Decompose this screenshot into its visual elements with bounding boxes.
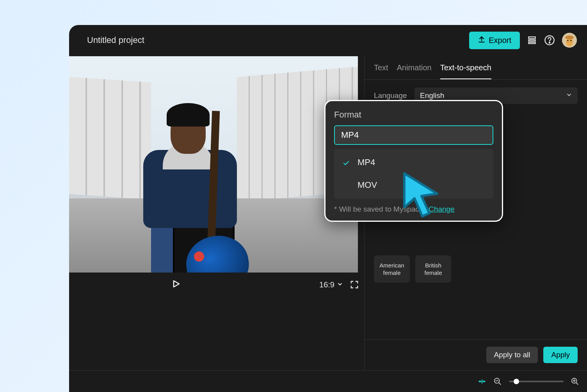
svg-rect-2 [528, 42, 535, 43]
tab-animation[interactable]: Animation [397, 63, 432, 79]
fullscreen-icon[interactable] [350, 280, 359, 289]
format-option-mov[interactable]: MOV [334, 174, 493, 196]
layers-icon[interactable] [527, 35, 537, 45]
format-option-label: MP4 [358, 157, 375, 167]
project-title: Untitled project [87, 35, 144, 45]
svg-point-9 [565, 36, 574, 39]
header-actions: Export [469, 32, 577, 49]
format-options: MP4 MOV [334, 149, 493, 199]
bottom-bar [69, 370, 587, 392]
svg-rect-13 [482, 379, 482, 383]
apply-to-all-button[interactable]: Apply to all [486, 347, 538, 363]
language-value: English [420, 91, 444, 100]
svg-point-8 [571, 40, 572, 41]
format-popup-footer: * Will be saved to Myspace Change [334, 205, 493, 214]
svg-line-20 [576, 382, 578, 385]
snap-icon[interactable] [478, 377, 486, 386]
svg-point-7 [567, 40, 569, 41]
zoom-slider-thumb[interactable] [514, 379, 519, 384]
zoom-in-button[interactable] [571, 377, 579, 386]
aspect-ratio-label: 16:9 [319, 280, 334, 289]
play-button[interactable] [171, 279, 181, 290]
export-button[interactable]: Export [469, 32, 520, 49]
check-icon [343, 159, 350, 169]
voice-american-female[interactable]: American female [374, 255, 410, 283]
format-select[interactable]: MP4 [334, 125, 493, 145]
svg-point-4 [549, 42, 550, 43]
header: Untitled project Export [69, 25, 587, 55]
language-label: Language [374, 91, 409, 100]
panel-footer: Apply to all Apply [365, 339, 587, 370]
svg-rect-12 [483, 381, 485, 382]
apply-button[interactable]: Apply [543, 347, 578, 363]
preview-pane: 16:9 [69, 55, 364, 370]
svg-rect-11 [479, 381, 481, 382]
save-note: * Will be saved to Myspace [334, 205, 423, 214]
avatar[interactable] [562, 33, 577, 48]
chevron-down-icon [337, 280, 343, 289]
zoom-out-button[interactable] [493, 377, 502, 386]
voice-british-female[interactable]: British female [415, 255, 451, 283]
format-select-value: MP4 [341, 130, 359, 140]
help-icon[interactable] [544, 35, 555, 46]
svg-line-16 [499, 382, 501, 385]
svg-rect-1 [528, 40, 535, 41]
tab-text[interactable]: Text [374, 63, 388, 79]
upload-icon [478, 36, 486, 45]
tab-text-to-speech[interactable]: Text-to-speech [440, 63, 491, 79]
export-button-label: Export [489, 36, 511, 45]
preview-controls: 16:9 [69, 273, 364, 297]
tabs: Text Animation Text-to-speech [365, 55, 587, 80]
format-popup: Format MP4 MP4 MOV * Will be saved to My… [324, 100, 503, 222]
svg-marker-10 [174, 281, 179, 287]
change-link[interactable]: Change [429, 205, 455, 214]
chevron-down-icon [566, 91, 572, 100]
svg-rect-0 [528, 37, 535, 38]
voice-grid: American female British female [374, 255, 578, 283]
format-option-mp4[interactable]: MP4 [334, 151, 493, 174]
format-option-label: MOV [358, 180, 377, 190]
format-popup-title: Format [334, 110, 493, 120]
zoom-slider[interactable] [509, 381, 564, 382]
aspect-ratio-selector[interactable]: 16:9 [319, 280, 343, 289]
preview-image [69, 56, 358, 273]
